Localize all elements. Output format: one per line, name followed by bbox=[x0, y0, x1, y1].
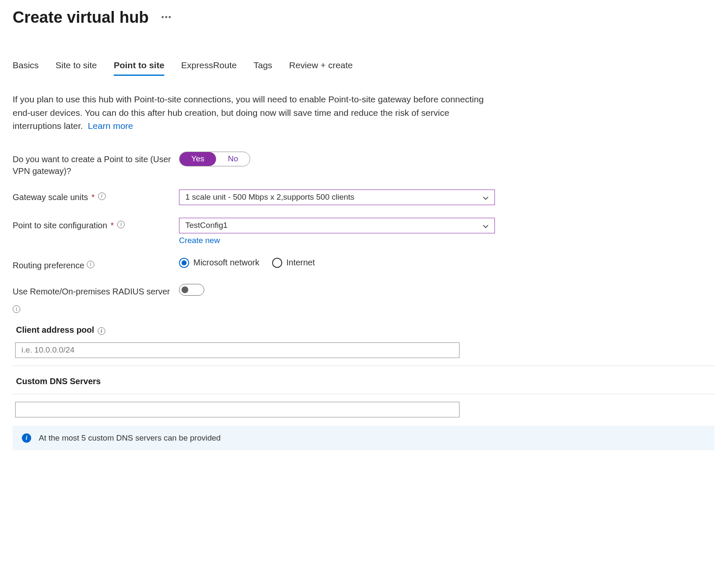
info-icon[interactable]: i bbox=[98, 327, 105, 335]
tab-review-create[interactable]: Review + create bbox=[289, 60, 353, 76]
dns-input[interactable] bbox=[15, 402, 460, 417]
p2s-config-value: TestConfig1 bbox=[185, 221, 227, 230]
learn-more-link[interactable]: Learn more bbox=[88, 121, 133, 131]
dns-heading: Custom DNS Servers bbox=[13, 377, 714, 386]
info-banner-text: At the most 5 custom DNS servers can be … bbox=[39, 433, 221, 443]
scale-units-dropdown[interactable]: 1 scale unit - 500 Mbps x 2,supports 500… bbox=[179, 190, 495, 205]
scale-units-label: Gateway scale units * i bbox=[13, 190, 179, 203]
client-pool-input[interactable] bbox=[15, 342, 460, 358]
p2s-gateway-toggle[interactable]: Yes No bbox=[179, 152, 250, 166]
required-indicator: * bbox=[111, 219, 114, 231]
info-banner: i At the most 5 custom DNS servers can b… bbox=[13, 426, 714, 450]
routing-pref-internet[interactable]: Internet bbox=[272, 258, 315, 268]
tab-tags[interactable]: Tags bbox=[254, 60, 272, 76]
description-text: If you plan to use this hub with Point-t… bbox=[13, 93, 493, 133]
routing-pref-radio-group: Microsoft network Internet bbox=[179, 258, 495, 268]
scale-units-value: 1 scale unit - 500 Mbps x 2,supports 500… bbox=[185, 192, 354, 202]
tab-expressroute[interactable]: ExpressRoute bbox=[181, 60, 237, 76]
radius-label: Use Remote/On-premises RADIUS server i bbox=[13, 284, 179, 313]
routing-pref-label: Routing preference i bbox=[13, 258, 179, 271]
switch-knob bbox=[182, 286, 188, 293]
divider bbox=[13, 366, 714, 366]
routing-pref-internet-label: Internet bbox=[286, 258, 315, 267]
radio-icon bbox=[272, 258, 282, 268]
radio-icon bbox=[179, 258, 189, 268]
info-icon[interactable]: i bbox=[98, 192, 106, 200]
info-icon[interactable]: i bbox=[13, 305, 20, 313]
chevron-down-icon bbox=[483, 194, 489, 200]
tab-basics[interactable]: Basics bbox=[13, 60, 39, 76]
p2s-config-label: Point to site configuration * i bbox=[13, 218, 179, 231]
description-body: If you plan to use this hub with Point-t… bbox=[13, 94, 484, 131]
p2s-gateway-yes[interactable]: Yes bbox=[179, 152, 216, 166]
info-icon[interactable]: i bbox=[117, 221, 125, 228]
required-indicator: * bbox=[91, 191, 95, 203]
create-new-link[interactable]: Create new bbox=[179, 236, 495, 245]
routing-pref-msnetwork-label: Microsoft network bbox=[193, 258, 259, 267]
tab-bar: Basics Site to site Point to site Expres… bbox=[13, 60, 714, 76]
chevron-down-icon bbox=[483, 222, 489, 228]
client-pool-heading: Client address pool i bbox=[13, 325, 714, 335]
tab-site-to-site[interactable]: Site to site bbox=[56, 60, 97, 76]
p2s-gateway-no[interactable]: No bbox=[216, 152, 250, 166]
info-icon[interactable]: i bbox=[87, 261, 94, 268]
radius-switch[interactable] bbox=[179, 284, 204, 296]
more-options-icon[interactable]: ••• bbox=[161, 13, 172, 22]
p2s-gateway-label: Do you want to create a Point to site (U… bbox=[13, 152, 179, 177]
page-title: Create virtual hub bbox=[13, 8, 149, 27]
p2s-config-dropdown[interactable]: TestConfig1 bbox=[179, 218, 495, 233]
tab-point-to-site[interactable]: Point to site bbox=[114, 60, 164, 76]
info-icon: i bbox=[22, 433, 31, 443]
routing-pref-msnetwork[interactable]: Microsoft network bbox=[179, 258, 259, 268]
divider bbox=[13, 394, 714, 394]
